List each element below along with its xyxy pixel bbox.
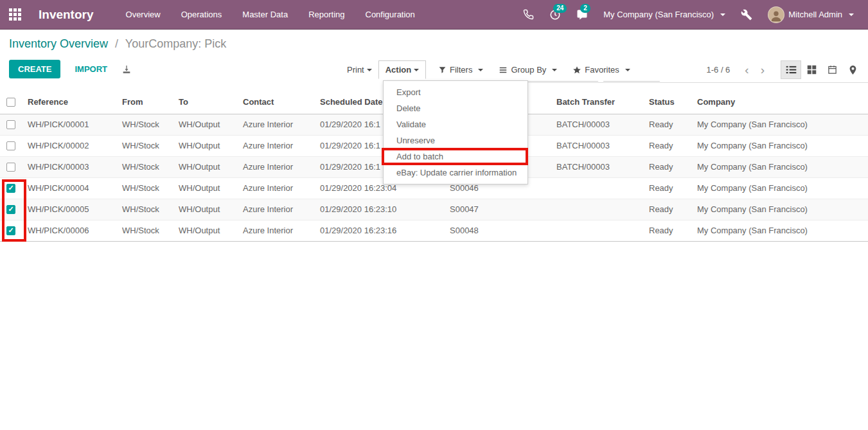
pager-previous-button[interactable]: ‹ xyxy=(739,64,754,76)
cell-reference[interactable]: WH/PICK/00006 xyxy=(21,220,116,241)
table-row[interactable]: WH/PICK/00005WH/StockWH/OutputAzure Inte… xyxy=(0,199,868,220)
debug-wrench-icon[interactable] xyxy=(734,5,759,24)
table-row[interactable]: WH/PICK/00006WH/StockWH/OutputAzure Inte… xyxy=(0,220,868,241)
column-header-to[interactable]: To xyxy=(172,81,236,114)
cell-status[interactable]: Ready xyxy=(642,220,691,241)
cell-contact[interactable]: Azure Interior xyxy=(236,220,314,241)
cell-batch-transfer[interactable]: BATCH/00003 xyxy=(550,156,642,177)
cell-status[interactable]: Ready xyxy=(642,156,691,177)
cell-reference[interactable]: WH/PICK/00005 xyxy=(21,199,116,220)
activities-clock-icon[interactable]: 24 xyxy=(543,5,567,24)
download-icon[interactable] xyxy=(121,64,132,75)
row-checkbox[interactable] xyxy=(6,163,15,172)
column-header-reference[interactable]: Reference xyxy=(21,81,116,114)
calendar-view-button[interactable] xyxy=(822,60,842,79)
activities-count-badge: 24 xyxy=(553,4,567,13)
list-view-button[interactable] xyxy=(781,60,801,79)
cell-source-document[interactable]: S00047 xyxy=(443,199,550,220)
cell-to[interactable]: WH/Output xyxy=(172,177,236,199)
apps-grid-icon[interactable] xyxy=(0,0,30,30)
nav-menu-configuration[interactable]: Configuration xyxy=(358,6,423,23)
top-navbar: Inventory OverviewOperationsMaster DataR… xyxy=(0,0,868,30)
cell-company[interactable]: My Company (San Francisco) xyxy=(691,156,868,177)
cell-to[interactable]: WH/Output xyxy=(172,135,236,156)
cell-contact[interactable]: Azure Interior xyxy=(236,199,314,220)
cell-contact[interactable]: Azure Interior xyxy=(236,114,314,135)
row-checkbox[interactable] xyxy=(6,226,15,235)
cell-status[interactable]: Ready xyxy=(642,199,691,220)
action-menu-item-delete[interactable]: Delete xyxy=(384,100,527,116)
nav-menu-operations[interactable]: Operations xyxy=(173,6,230,23)
cell-contact[interactable]: Azure Interior xyxy=(236,135,314,156)
action-menu-item-ebay-update-carrier-information[interactable]: eBay: Update carrier information xyxy=(384,165,527,181)
action-menu-item-unreserve[interactable]: Unreserve xyxy=(384,132,527,148)
row-checkbox[interactable] xyxy=(6,120,15,129)
favorites-dropdown[interactable]: Favorites xyxy=(566,61,636,78)
cell-company[interactable]: My Company (San Francisco) xyxy=(691,220,868,241)
cell-from[interactable]: WH/Stock xyxy=(116,220,172,241)
cell-contact[interactable]: Azure Interior xyxy=(236,156,314,177)
breadcrumb-parent-link[interactable]: Inventory Overview xyxy=(9,37,108,50)
cell-scheduled-date[interactable]: 01/29/2020 16:23:10 xyxy=(314,199,443,220)
cell-batch-transfer[interactable]: BATCH/00003 xyxy=(550,135,642,156)
cell-to[interactable]: WH/Output xyxy=(172,199,236,220)
nav-menu-master-data[interactable]: Master Data xyxy=(235,6,296,23)
action-menu-item-export[interactable]: Export xyxy=(384,84,527,100)
cell-reference[interactable]: WH/PICK/00001 xyxy=(21,114,116,135)
cell-reference[interactable]: WH/PICK/00002 xyxy=(21,135,116,156)
create-button[interactable]: CREATE xyxy=(9,60,60,78)
company-switcher[interactable]: My Company (San Francisco) xyxy=(597,6,732,23)
cell-from[interactable]: WH/Stock xyxy=(116,199,172,220)
phone-icon[interactable] xyxy=(517,5,540,24)
cell-batch-transfer[interactable] xyxy=(550,220,642,241)
cell-reference[interactable]: WH/PICK/00003 xyxy=(21,156,116,177)
import-button[interactable]: IMPORT xyxy=(75,64,107,74)
cell-to[interactable]: WH/Output xyxy=(172,114,236,135)
print-dropdown[interactable]: Print xyxy=(341,61,378,78)
pager-next-button[interactable]: › xyxy=(755,64,770,76)
row-checkbox[interactable] xyxy=(6,141,15,150)
cell-company[interactable]: My Company (San Francisco) xyxy=(691,177,868,199)
cell-batch-transfer[interactable] xyxy=(550,177,642,199)
cell-batch-transfer[interactable] xyxy=(550,199,642,220)
cell-from[interactable]: WH/Stock xyxy=(116,156,172,177)
action-menu-item-add-to-batch[interactable]: Add to batch xyxy=(384,148,527,165)
column-header-company[interactable]: Company xyxy=(691,81,868,114)
nav-menu-overview[interactable]: Overview xyxy=(118,6,168,23)
nav-menu-reporting[interactable]: Reporting xyxy=(301,6,352,23)
cell-company[interactable]: My Company (San Francisco) xyxy=(691,114,868,135)
action-menu-item-validate[interactable]: Validate xyxy=(384,116,527,132)
column-header-batch-transfer[interactable]: Batch Transfer xyxy=(550,81,642,114)
row-checkbox[interactable] xyxy=(6,184,15,193)
column-header-status[interactable]: Status xyxy=(642,81,691,114)
action-dropdown[interactable]: Action xyxy=(378,60,426,79)
cell-from[interactable]: WH/Stock xyxy=(116,177,172,199)
cell-status[interactable]: Ready xyxy=(642,135,691,156)
column-header-contact[interactable]: Contact xyxy=(236,81,314,114)
cell-contact[interactable]: Azure Interior xyxy=(236,177,314,199)
row-checkbox[interactable] xyxy=(6,205,15,214)
cell-source-document[interactable]: S00048 xyxy=(443,220,550,241)
cell-status[interactable]: Ready xyxy=(642,177,691,199)
cell-company[interactable]: My Company (San Francisco) xyxy=(691,135,868,156)
messages-icon[interactable]: 2 xyxy=(570,5,594,24)
cell-from[interactable]: WH/Stock xyxy=(116,135,172,156)
cell-status[interactable]: Ready xyxy=(642,114,691,135)
group-by-dropdown[interactable]: Group By xyxy=(492,61,563,78)
pager-counter: 1-6 / 6 xyxy=(706,65,730,75)
filters-dropdown[interactable]: Filters xyxy=(432,61,490,78)
cell-batch-transfer[interactable]: BATCH/00003 xyxy=(550,114,642,135)
cell-to[interactable]: WH/Output xyxy=(172,156,236,177)
cell-to[interactable]: WH/Output xyxy=(172,220,236,241)
map-view-button[interactable] xyxy=(842,60,863,79)
select-all-checkbox[interactable] xyxy=(6,98,15,107)
kanban-view-button[interactable] xyxy=(801,60,822,79)
cell-company[interactable]: My Company (San Francisco) xyxy=(691,199,868,220)
cell-from[interactable]: WH/Stock xyxy=(116,114,172,135)
user-menu[interactable]: Mitchell Admin xyxy=(761,3,860,27)
row-select-cell xyxy=(0,114,21,135)
company-switcher-label: My Company (San Francisco) xyxy=(603,10,714,19)
cell-reference[interactable]: WH/PICK/00004 xyxy=(21,177,116,199)
column-header-from[interactable]: From xyxy=(116,81,172,114)
cell-scheduled-date[interactable]: 01/29/2020 16:23:16 xyxy=(314,220,443,241)
